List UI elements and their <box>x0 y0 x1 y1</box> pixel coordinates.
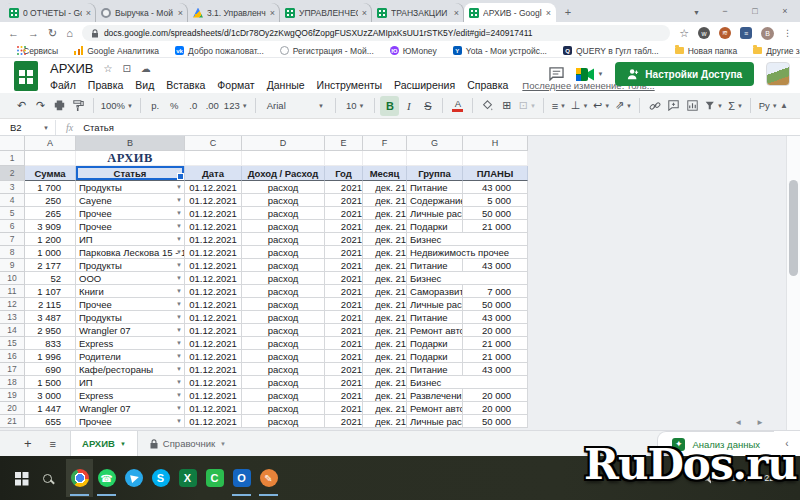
cell-plan[interactable]: 21 000 <box>463 220 528 233</box>
cell-year[interactable]: 2021 <box>325 285 363 298</box>
cell-year[interactable]: 2021 <box>325 246 363 259</box>
italic-button[interactable]: I <box>399 96 418 116</box>
cell-category[interactable]: ИП▼ <box>76 376 185 389</box>
row-number[interactable]: 2 <box>0 166 25 181</box>
row-number[interactable]: 19 <box>0 389 25 402</box>
row-number[interactable]: 1 <box>0 151 25 166</box>
cell-category[interactable]: Express▼ <box>76 389 185 402</box>
taskbar-icon-telegram[interactable] <box>120 459 147 497</box>
cell-plan[interactable]: 43 000 <box>463 363 528 376</box>
cell-dropdown-icon[interactable]: ▼ <box>176 184 182 190</box>
grid-corner[interactable] <box>0 136 25 151</box>
cell-group[interactable]: Питание <box>407 259 463 272</box>
cell-year[interactable]: 2021 <box>325 415 363 428</box>
cell-amount[interactable]: 1 107 <box>25 285 76 298</box>
bookmark-item[interactable]: vk Добро пожаловат... <box>175 46 264 56</box>
cell-category[interactable]: Продукты▼ <box>76 181 185 194</box>
increase-decimals-button[interactable]: .00 <box>203 96 222 116</box>
cell-date[interactable]: 01.12.2021 <box>185 337 242 350</box>
cell-group[interactable]: Ремонт авто <box>407 324 463 337</box>
browser-tab[interactable]: 0 ОТЧЕТЫ - Google Таб × <box>4 3 96 22</box>
cell-year[interactable]: 2021 <box>325 181 363 194</box>
cell-dropdown-icon[interactable]: ▼ <box>176 236 182 242</box>
cell-group[interactable]: Развлечения <box>407 389 463 402</box>
browser-tab[interactable]: 3.1. Управленческий д × <box>188 3 280 22</box>
paint-format-button[interactable] <box>69 96 88 116</box>
cell-type[interactable]: расход <box>242 337 325 350</box>
bookmark-item[interactable]: Ю ЮMoney <box>390 46 437 56</box>
row-number[interactable]: 9 <box>0 259 25 272</box>
cell-type[interactable]: расход <box>242 246 325 259</box>
cell[interactable] <box>363 151 407 166</box>
cell-dropdown-icon[interactable]: ▼ <box>176 353 182 359</box>
bookmark-item[interactable]: Новая папка <box>675 46 738 56</box>
browser-tab[interactable]: ТРАНЗАКЦИИ - Google × <box>372 3 464 22</box>
sheet-tab-active[interactable]: АРХИВ ▼ <box>70 431 138 456</box>
cell[interactable]: АРХИВ <box>76 151 185 166</box>
menu-правка[interactable]: Правка <box>82 77 129 93</box>
cell-plan[interactable]: 20 000 <box>463 324 528 337</box>
cell-dropdown-icon[interactable]: ▼ <box>176 314 182 320</box>
tab-search-icon[interactable]: ▼ <box>693 9 710 22</box>
cell-type[interactable]: расход <box>242 350 325 363</box>
bookmark-item[interactable]: Y Yota - Мои устройс... <box>453 46 547 56</box>
column-header-F[interactable]: F <box>363 136 407 151</box>
column-header-C[interactable]: C <box>185 136 242 151</box>
browser-tab[interactable]: АРХИВ - Google Таблиц × <box>464 3 556 22</box>
cell[interactable] <box>325 151 363 166</box>
cell-type[interactable]: расход <box>242 402 325 415</box>
row-number[interactable]: 21 <box>0 415 25 428</box>
cell-year[interactable]: 2021 <box>325 194 363 207</box>
cell-year[interactable]: 2021 <box>325 389 363 402</box>
cell-category[interactable]: Cayene▼ <box>76 194 185 207</box>
vertical-scrollbar[interactable] <box>786 136 800 430</box>
cell-type[interactable]: расход <box>242 376 325 389</box>
share-button[interactable]: Настройки Доступа <box>615 62 754 86</box>
functions-button[interactable]: Σ▼ <box>726 96 746 116</box>
row-number[interactable]: 8 <box>0 246 25 259</box>
cell-date[interactable]: 01.12.2021 <box>185 415 242 428</box>
cell-year[interactable]: 2021 <box>325 259 363 272</box>
browser-tab[interactable]: УПРАВЛЕНЧЕСКИЙ ДА × <box>280 3 372 22</box>
row-number[interactable]: 4 <box>0 194 25 207</box>
cell-type[interactable]: расход <box>242 233 325 246</box>
cell-plan[interactable]: 50 000 <box>463 298 528 311</box>
cell-date[interactable]: 01.12.2021 <box>185 233 242 246</box>
cell-plan[interactable]: 43 000 <box>463 181 528 194</box>
cell-month[interactable]: дек. 21 <box>363 259 407 272</box>
cell-category[interactable]: Прочее▼ <box>76 415 185 428</box>
cell-group[interactable]: Бизнес <box>407 272 528 285</box>
cell-amount[interactable]: 1 447 <box>25 402 76 415</box>
text-color-button[interactable]: A <box>448 96 467 116</box>
cell-date[interactable]: 01.12.2021 <box>185 350 242 363</box>
row-number[interactable]: 18 <box>0 376 25 389</box>
cell-date[interactable]: 01.12.2021 <box>185 389 242 402</box>
cell-plan[interactable]: 43 000 <box>463 259 528 272</box>
column-header-D[interactable]: D <box>242 136 325 151</box>
cell-type[interactable]: расход <box>242 324 325 337</box>
cell[interactable] <box>407 151 463 166</box>
menu-формат[interactable]: Формат <box>211 77 260 93</box>
zoom-select[interactable]: 100%▼ <box>99 96 135 116</box>
row-number[interactable]: 20 <box>0 402 25 415</box>
row-number[interactable]: 5 <box>0 207 25 220</box>
format-currency-button[interactable]: р. <box>146 96 165 116</box>
cell-year[interactable]: 2021 <box>325 363 363 376</box>
cell-dropdown-icon[interactable]: ▼ <box>176 262 182 268</box>
cell-amount[interactable]: 1 200 <box>25 233 76 246</box>
scrollbar-thumb[interactable] <box>789 180 798 276</box>
cell[interactable] <box>25 151 76 166</box>
cell-year[interactable]: 2021 <box>325 298 363 311</box>
cell-type[interactable]: расход <box>242 389 325 402</box>
cell[interactable] <box>242 151 325 166</box>
taskbar-icon-camtasia[interactable]: C <box>201 459 228 497</box>
cell-category[interactable]: Книги▼ <box>76 285 185 298</box>
input-tools-button[interactable]: Ру▼ <box>756 96 780 116</box>
row-number[interactable]: 6 <box>0 220 25 233</box>
cell-group[interactable]: Бизнес <box>407 376 528 389</box>
cell-amount[interactable]: 1 000 <box>25 246 76 259</box>
column-header-A[interactable]: A <box>25 136 76 151</box>
cell-month[interactable]: дек. 21 <box>363 298 407 311</box>
header-cell-d[interactable]: Доход / Расход <box>242 166 325 181</box>
header-cell-f[interactable]: Месяц <box>363 166 407 181</box>
